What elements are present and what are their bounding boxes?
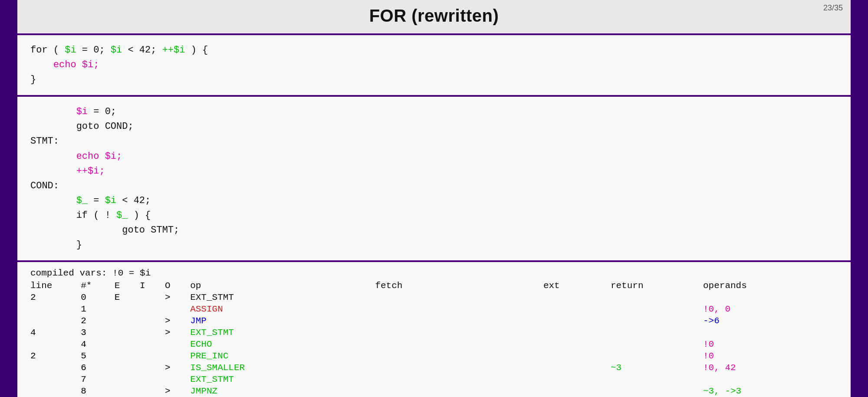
- cell-num: 8: [81, 385, 115, 397]
- cell-i: [140, 338, 165, 350]
- cell-op: EXT_STMT: [190, 374, 375, 385]
- source-code: for ( $i = 0; $i < 42; ++$i ) { echo $i;…: [30, 43, 838, 87]
- cell-op: ASSIGN: [190, 303, 375, 315]
- cell-e: [115, 362, 140, 374]
- cell-o: >: [165, 362, 190, 374]
- cell-operands: !0: [703, 350, 838, 362]
- cell-return: [611, 385, 703, 397]
- cell-fetch: [375, 350, 543, 362]
- cell-o: >: [165, 315, 190, 327]
- cell-e: [115, 315, 140, 327]
- cell-op: JMPNZ: [190, 385, 375, 397]
- code-block-rewritten: $i = 0; goto COND; STMT: echo $i; ++$i; …: [17, 95, 851, 260]
- cell-num: 6: [81, 362, 115, 374]
- cell-fetch: [375, 385, 543, 397]
- cell-fetch: [375, 327, 543, 338]
- opcode-table: line #* E I O op fetch ext return operan…: [30, 280, 838, 397]
- cell-operands: !0, 42: [703, 362, 838, 374]
- cell-ext: [543, 338, 611, 350]
- table-row: 4 ECHO !0: [30, 338, 838, 350]
- cell-ext: [543, 315, 611, 327]
- cell-e: E: [115, 292, 140, 303]
- cell-ext: [543, 385, 611, 397]
- cell-line: 4: [30, 327, 81, 338]
- cell-o: >: [165, 327, 190, 338]
- cell-num: 3: [81, 327, 115, 338]
- cell-fetch: [375, 362, 543, 374]
- cell-i: [140, 327, 165, 338]
- cell-operands: ~3, ->3: [703, 385, 838, 397]
- table-row: 2 > JMP ->6: [30, 315, 838, 327]
- cell-i: [140, 315, 165, 327]
- cell-line: [30, 374, 81, 385]
- col-header-o: O: [165, 280, 190, 292]
- col-header-e: E: [115, 280, 140, 292]
- cell-op: JMP: [190, 315, 375, 327]
- slide-number: 23/35: [823, 3, 843, 13]
- col-header-operands: operands: [703, 280, 838, 292]
- cell-return: [611, 327, 703, 338]
- cell-op: IS_SMALLER: [190, 362, 375, 374]
- cell-num: 2: [81, 315, 115, 327]
- cell-return: [611, 338, 703, 350]
- table-row: 7 EXT_STMT: [30, 374, 838, 385]
- cell-line: [30, 338, 81, 350]
- cell-return: [611, 292, 703, 303]
- cell-return: [611, 374, 703, 385]
- cell-line: 2: [30, 350, 81, 362]
- cell-num: 5: [81, 350, 115, 362]
- col-header-i: I: [140, 280, 165, 292]
- col-header-op: op: [190, 280, 375, 292]
- col-header-fetch: fetch: [375, 280, 543, 292]
- cell-line: [30, 315, 81, 327]
- table-row: 4 3 > EXT_STMT: [30, 327, 838, 338]
- compiled-vars: compiled vars: !0 = $i: [30, 268, 838, 278]
- opcode-table-body: 2 0 E > EXT_STMT 1 ASSIGN !0, 0 2 > JMP …: [30, 292, 838, 397]
- cell-return: [611, 315, 703, 327]
- cell-e: [115, 385, 140, 397]
- cell-op: EXT_STMT: [190, 292, 375, 303]
- col-header-line: line: [30, 280, 81, 292]
- cell-line: 2: [30, 292, 81, 303]
- cell-o: [165, 303, 190, 315]
- cell-e: [115, 338, 140, 350]
- cell-ext: [543, 303, 611, 315]
- col-header-num: #*: [81, 280, 115, 292]
- table-row: 6 > IS_SMALLER ~3 !0, 42: [30, 362, 838, 374]
- cell-num: 0: [81, 292, 115, 303]
- col-header-return: return: [611, 280, 703, 292]
- slide-header: FOR (rewritten) 23/35: [17, 0, 851, 33]
- cell-o: >: [165, 292, 190, 303]
- cell-e: [115, 303, 140, 315]
- cell-operands: !0, 0: [703, 303, 838, 315]
- cell-return: ~3: [611, 362, 703, 374]
- table-row: 1 ASSIGN !0, 0: [30, 303, 838, 315]
- table-row: 8 > JMPNZ ~3, ->3: [30, 385, 838, 397]
- code-block-source: for ( $i = 0; $i < 42; ++$i ) { echo $i;…: [17, 33, 851, 95]
- cell-line: [30, 303, 81, 315]
- table-row: 2 5 PRE_INC !0: [30, 350, 838, 362]
- cell-o: >: [165, 385, 190, 397]
- rewritten-code: $i = 0; goto COND; STMT: echo $i; ++$i; …: [30, 105, 838, 253]
- cell-operands: [703, 292, 838, 303]
- cell-i: [140, 303, 165, 315]
- cell-ext: [543, 327, 611, 338]
- cell-op: PRE_INC: [190, 350, 375, 362]
- cell-num: 4: [81, 338, 115, 350]
- cell-i: [140, 385, 165, 397]
- cell-fetch: [375, 374, 543, 385]
- cell-fetch: [375, 303, 543, 315]
- cell-operands: [703, 374, 838, 385]
- cell-e: [115, 374, 140, 385]
- cell-fetch: [375, 338, 543, 350]
- cell-i: [140, 374, 165, 385]
- cell-op: ECHO: [190, 338, 375, 350]
- cell-e: [115, 350, 140, 362]
- cell-o: [165, 338, 190, 350]
- cell-num: 1: [81, 303, 115, 315]
- cell-line: [30, 385, 81, 397]
- cell-o: [165, 350, 190, 362]
- cell-e: [115, 327, 140, 338]
- cell-fetch: [375, 315, 543, 327]
- cell-operands: !0: [703, 338, 838, 350]
